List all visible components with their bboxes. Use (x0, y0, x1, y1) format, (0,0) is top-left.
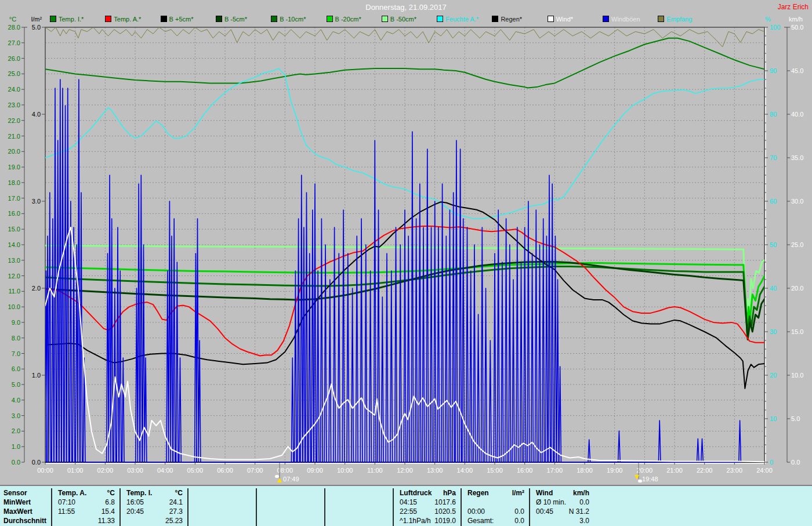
svg-text:80: 80 (770, 111, 777, 118)
sunrise-time: 07:49 (283, 476, 299, 483)
weather-app-window: Donnerstag, 21.09.2017 Jarz Erich °C l/m… (0, 0, 812, 526)
table-cell: Gesamt:0.0 (462, 516, 529, 525)
svg-text:21:00: 21:00 (666, 467, 683, 474)
y-axis-percent-labels: 0102030405060708090100 (770, 24, 780, 466)
svg-text:30.0: 30.0 (791, 198, 803, 205)
table-cell: 20:4527.3 (121, 507, 187, 516)
svg-text:10: 10 (770, 415, 777, 422)
table-cell (462, 498, 529, 507)
svg-text:11:00: 11:00 (367, 467, 383, 474)
sunrise-marker: 07:49 (275, 475, 299, 484)
svg-text:23:00: 23:00 (727, 467, 743, 474)
svg-text:24:00: 24:00 (756, 467, 773, 474)
svg-text:23.0: 23.0 (8, 101, 20, 108)
svg-text:40.0: 40.0 (791, 111, 803, 118)
svg-text:10.0: 10.0 (791, 372, 803, 379)
svg-text:8.0: 8.0 (12, 335, 20, 342)
svg-text:0.0: 0.0 (791, 459, 800, 466)
svg-text:3.0: 3.0 (12, 412, 20, 419)
row-label-minwert: MinWert (0, 498, 51, 507)
svg-text:20.0: 20.0 (791, 285, 803, 292)
svg-text:4.0: 4.0 (12, 397, 20, 404)
svg-text:06:00: 06:00 (217, 467, 233, 474)
svg-text:30: 30 (770, 328, 777, 335)
svg-text:20:00: 20:00 (637, 467, 653, 474)
table-cell (188, 516, 256, 525)
svg-text:17.0: 17.0 (8, 195, 20, 202)
sunset-marker: 19:48 (634, 475, 658, 484)
svg-text:18:00: 18:00 (577, 467, 593, 474)
column-header (188, 488, 256, 498)
svg-text:28.0: 28.0 (8, 24, 20, 31)
svg-text:2.0: 2.0 (12, 427, 20, 434)
svg-text:40: 40 (770, 285, 777, 292)
column-header: Temp. A.°C (52, 488, 119, 498)
svg-text:10.0: 10.0 (8, 303, 20, 310)
table-column-luftdruck: LuftdruckhPa04:151017.622:551020.5^1.1hP… (393, 488, 461, 526)
svg-text:03:00: 03:00 (127, 467, 143, 474)
y-axis-kmh-labels: 0.05.010.015.020.025.030.035.040.045.050… (791, 24, 803, 466)
table-filler-column (594, 488, 812, 526)
table-column-temp-i-: Temp. I.°C16:0524.120:4527.325.23 (119, 488, 187, 526)
sunset-icon (634, 475, 642, 483)
svg-text:05:00: 05:00 (187, 467, 204, 474)
table-cell: Ø 10 min.0.0 (530, 498, 594, 507)
svg-text:14:00: 14:00 (457, 467, 473, 474)
sunset-time: 19:48 (642, 476, 658, 483)
svg-text:50.0: 50.0 (791, 24, 803, 31)
svg-text:22:00: 22:00 (697, 467, 713, 474)
svg-text:02:00: 02:00 (97, 467, 114, 474)
table-cell: 11.33 (52, 516, 119, 525)
table-cell: 3.0 (530, 516, 594, 525)
svg-text:16:00: 16:00 (517, 467, 533, 474)
svg-text:25.0: 25.0 (791, 241, 803, 248)
column-header: Regenl/m² (462, 488, 529, 498)
column-header: LuftdruckhPa (394, 488, 461, 498)
svg-text:9.0: 9.0 (12, 319, 20, 326)
svg-text:25.0: 25.0 (8, 70, 20, 77)
svg-text:09:00: 09:00 (307, 467, 323, 474)
table-column-empty-4 (324, 488, 393, 526)
table-cell (325, 507, 393, 516)
svg-text:50: 50 (770, 241, 777, 248)
svg-text:1.0: 1.0 (32, 372, 41, 379)
svg-text:5.0: 5.0 (12, 381, 20, 388)
x-axis-labels: 00:0001:0002:0003:0004:0005:0006:0007:00… (37, 467, 773, 474)
svg-text:1.0: 1.0 (12, 443, 20, 450)
svg-text:15.0: 15.0 (8, 226, 20, 233)
svg-text:13.0: 13.0 (8, 257, 20, 264)
svg-text:20: 20 (770, 372, 777, 379)
table-cell: 22:551020.5 (394, 507, 461, 516)
svg-text:12:00: 12:00 (397, 467, 413, 474)
svg-text:17:00: 17:00 (547, 467, 563, 474)
table-column-temp-a-: Temp. A.°C07:106.811:5515.411.33 (51, 488, 119, 526)
table-cell: 00:000.0 (462, 507, 529, 516)
svg-text:5.0: 5.0 (791, 415, 800, 422)
row-label-maxwert: MaxWert (0, 507, 51, 516)
svg-text:22.0: 22.0 (8, 117, 20, 124)
svg-text:01:00: 01:00 (67, 467, 84, 474)
chart-plot: 0.01.02.03.04.05.06.07.08.09.010.011.012… (0, 0, 812, 485)
table-cell: 00:45N 31.2 (530, 507, 594, 516)
y-axis-temp-labels: 0.01.02.03.04.05.06.07.08.09.010.011.012… (8, 24, 20, 466)
table-cell (257, 516, 324, 525)
svg-text:7.0: 7.0 (12, 350, 20, 357)
table-cell (325, 498, 393, 507)
table-column-regen: Regenl/m²00:000.0Gesamt:0.0 (461, 488, 529, 526)
svg-text:20.0: 20.0 (8, 148, 20, 155)
column-header: Windkm/h (530, 488, 594, 498)
row-label-sensor: Sensor (0, 488, 51, 498)
table-cell (257, 507, 324, 516)
table-cell (188, 498, 256, 507)
svg-text:04:00: 04:00 (157, 467, 173, 474)
svg-text:3.0: 3.0 (32, 198, 41, 205)
svg-text:4.0: 4.0 (32, 111, 41, 118)
svg-text:0: 0 (770, 459, 773, 466)
svg-text:10:00: 10:00 (337, 467, 353, 474)
sunrise-icon (275, 475, 283, 483)
svg-text:07:00: 07:00 (247, 467, 263, 474)
svg-text:0.0: 0.0 (12, 459, 20, 466)
table-cell: 16:0524.1 (121, 498, 187, 507)
svg-text:14.0: 14.0 (8, 241, 20, 248)
svg-text:70: 70 (770, 154, 777, 161)
